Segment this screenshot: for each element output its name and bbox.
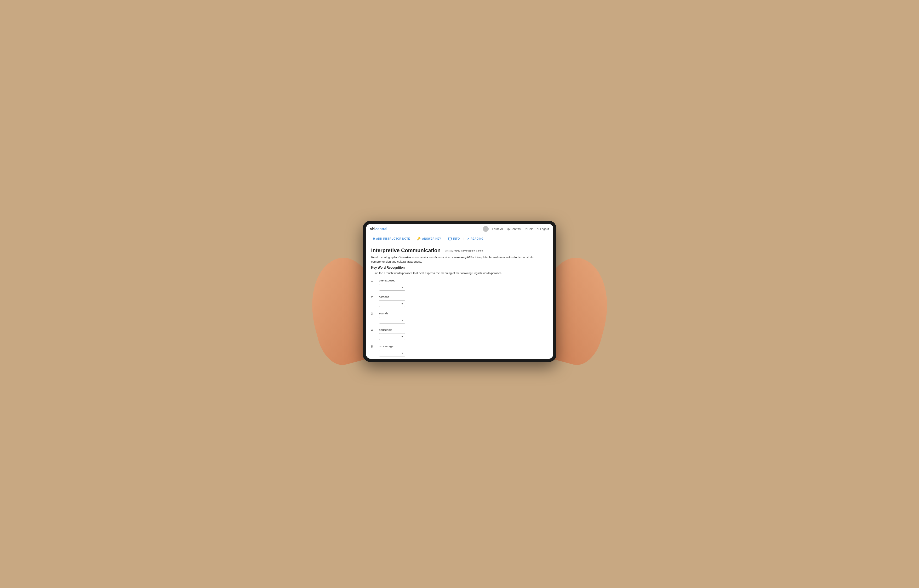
question-row: 5. on average bbox=[371, 345, 548, 348]
dropdown-wrapper: ▾ bbox=[379, 284, 548, 291]
question-row: 4. household bbox=[371, 328, 548, 332]
question-row: 2. screens bbox=[371, 295, 548, 299]
page-title: Interpretive Communication bbox=[371, 247, 441, 253]
dropdown-wrapper: ▾ bbox=[379, 317, 548, 323]
top-bar: vhlcentral Laura Ali ◑ Contrast ? Help bbox=[366, 224, 553, 234]
chevron-down-icon: ▾ bbox=[401, 302, 403, 305]
section-title: Key Word Recognition bbox=[371, 266, 548, 270]
question-num: 1. bbox=[371, 279, 377, 282]
question-row: 3. sounds bbox=[371, 312, 548, 315]
chevron-down-icon: ▾ bbox=[401, 352, 403, 355]
contrast-icon: ◑ bbox=[507, 227, 510, 231]
questions-list: 1. overexposed ▾ 2. bbox=[371, 279, 548, 359]
instruction: Find the French words/phrases that best … bbox=[371, 271, 548, 275]
question-item: 5. on average ▾ bbox=[371, 345, 548, 357]
toolbar: ADD INSTRUCTOR NOTE | 🔑 ANSWER KEY | i I… bbox=[366, 234, 553, 243]
desc-before: Read the infographic bbox=[371, 255, 399, 259]
key-icon: 🔑 bbox=[417, 237, 421, 241]
description: Read the infographic Des ados surexposés… bbox=[371, 255, 548, 264]
desc-bold-italic: Des ados surexposés aux écrans et aux so… bbox=[398, 255, 474, 259]
title-row: Interpretive Communication UNLIMITED ATT… bbox=[371, 247, 548, 254]
question-num: 2. bbox=[371, 295, 377, 299]
question-3-dropdown[interactable]: ▾ bbox=[379, 317, 405, 323]
brand-area: vhlcentral bbox=[370, 227, 387, 231]
avatar bbox=[483, 226, 489, 232]
tablet-screen: vhlcentral Laura Ali ◑ Contrast ? Help bbox=[366, 224, 553, 359]
content-area: Interpretive Communication UNLIMITED ATT… bbox=[366, 243, 553, 359]
question-num: 5. bbox=[371, 345, 377, 348]
logout-icon: ↪ bbox=[537, 227, 539, 231]
chevron-down-icon: ▾ bbox=[401, 286, 403, 289]
question-2-dropdown[interactable]: ▾ bbox=[379, 300, 405, 307]
contrast-button[interactable]: ◑ Contrast bbox=[507, 227, 522, 231]
scene: vhlcentral Laura Ali ◑ Contrast ? Help bbox=[342, 218, 577, 370]
reading-button[interactable]: ↗ Reading bbox=[464, 236, 487, 241]
info-icon: i bbox=[448, 237, 452, 241]
question-row: 1. overexposed bbox=[371, 279, 548, 282]
question-num: 3. bbox=[371, 312, 377, 315]
brand-logo: vhlcentral bbox=[370, 227, 387, 231]
dropdown-wrapper: ▾ bbox=[379, 300, 548, 307]
reading-icon: ↗ bbox=[467, 237, 469, 241]
tablet: vhlcentral Laura Ali ◑ Contrast ? Help bbox=[363, 221, 557, 362]
question-item: 4. household ▾ bbox=[371, 328, 548, 340]
question-5-dropdown[interactable]: ▾ bbox=[379, 350, 405, 357]
attempts-badge: UNLIMITED ATTEMPTS LEFT bbox=[445, 250, 484, 252]
chevron-down-icon: ▾ bbox=[401, 335, 403, 338]
question-item: 1. overexposed ▾ bbox=[371, 279, 548, 291]
question-label: overexposed bbox=[379, 279, 396, 282]
question-label: sounds bbox=[379, 312, 388, 315]
question-label: screens bbox=[379, 295, 389, 299]
question-num: 4. bbox=[371, 328, 377, 332]
logout-button[interactable]: ↪ Logout bbox=[537, 227, 549, 231]
chevron-down-icon: ▾ bbox=[401, 319, 403, 322]
note-dot-icon bbox=[373, 237, 375, 240]
dropdown-wrapper: ▾ bbox=[379, 333, 548, 340]
info-button[interactable]: i INFO bbox=[445, 236, 464, 241]
question-label: on average bbox=[379, 345, 393, 348]
brand-central: central bbox=[375, 227, 387, 231]
help-icon: ? bbox=[525, 227, 527, 231]
add-instructor-note-button[interactable]: ADD INSTRUCTOR NOTE bbox=[370, 236, 414, 241]
question-item: 2. screens ▾ bbox=[371, 295, 548, 307]
help-button[interactable]: ? Help bbox=[525, 227, 533, 231]
question-label: household bbox=[379, 328, 392, 331]
dropdown-wrapper: ▾ bbox=[379, 350, 548, 357]
question-4-dropdown[interactable]: ▾ bbox=[379, 333, 405, 340]
answer-key-button[interactable]: 🔑 ANSWER KEY bbox=[414, 236, 445, 241]
question-item: 3. sounds ▾ bbox=[371, 312, 548, 323]
top-bar-right: Laura Ali ◑ Contrast ? Help ↪ Logout bbox=[483, 226, 549, 232]
user-name[interactable]: Laura Ali bbox=[492, 227, 503, 231]
brand-vhl: vhl bbox=[370, 227, 375, 231]
question-1-dropdown[interactable]: ▾ bbox=[379, 284, 405, 291]
